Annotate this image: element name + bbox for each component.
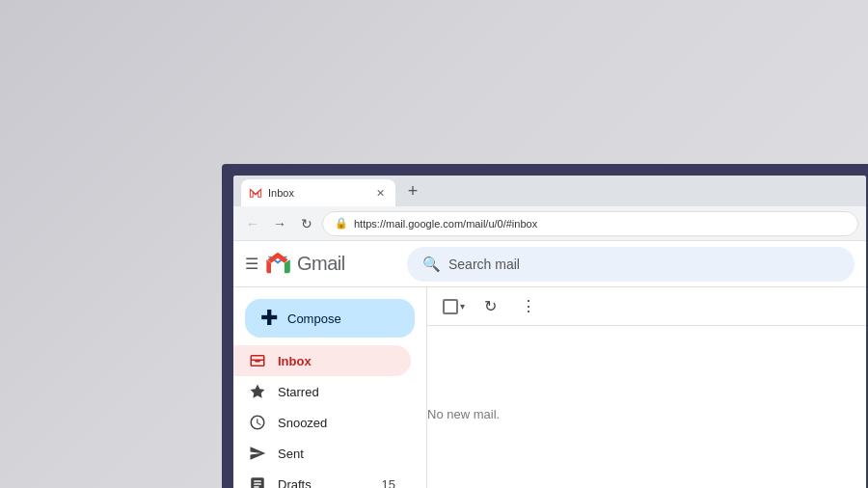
sidebar: ✚ Compose InboxStarredSnoozedSentDrafts1… bbox=[233, 287, 426, 488]
lock-icon: 🔒 bbox=[335, 217, 348, 230]
select-all-checkbox[interactable] bbox=[443, 299, 458, 314]
email-toolbar: ▾ ↻ ⋮ bbox=[427, 287, 866, 326]
sidebar-item-starred-label: Starred bbox=[278, 385, 395, 399]
sidebar-item-sent-label: Sent bbox=[278, 447, 395, 461]
sidebar-item-sent[interactable]: Sent bbox=[233, 438, 411, 469]
gmail-logo-icon bbox=[264, 251, 291, 278]
reload-button[interactable]: ↻ bbox=[295, 212, 318, 235]
address-bar: ← → ↻ 🔒 https://mail.google.com/mail/u/0… bbox=[233, 206, 866, 241]
browser-tab[interactable]: Inbox ✕ bbox=[241, 179, 395, 206]
sidebar-item-drafts-count: 15 bbox=[382, 477, 395, 489]
sidebar-item-inbox[interactable]: Inbox bbox=[233, 345, 411, 376]
tab-bar: Inbox ✕ + bbox=[233, 176, 866, 206]
new-tab-button[interactable]: + bbox=[399, 177, 426, 204]
gmail-app: ☰ Gmail 🔍 Search mail bbox=[233, 241, 866, 488]
sidebar-item-snoozed-label: Snoozed bbox=[278, 416, 395, 430]
inbox-icon bbox=[249, 352, 266, 369]
star-icon bbox=[249, 383, 266, 400]
url-text: https://mail.google.com/mail/u/0/#inbox bbox=[354, 218, 537, 230]
refresh-button[interactable]: ↻ bbox=[476, 293, 503, 320]
no-new-mail-message: No new mail. bbox=[427, 326, 519, 488]
sidebar-item-snoozed[interactable]: Snoozed bbox=[233, 407, 411, 438]
nav-items: InboxStarredSnoozedSentDrafts15Clients bbox=[233, 345, 426, 488]
compose-label: Compose bbox=[287, 312, 341, 326]
tab-close-button[interactable]: ✕ bbox=[372, 185, 388, 201]
select-all-area[interactable]: ▾ bbox=[443, 299, 465, 314]
tab-favicon bbox=[249, 186, 262, 200]
tab-title: Inbox bbox=[268, 187, 366, 199]
forward-button[interactable]: → bbox=[268, 212, 291, 235]
content-area: ✚ Compose InboxStarredSnoozedSentDrafts1… bbox=[233, 287, 866, 488]
monitor-bezel: Inbox ✕ + ← → ↻ 🔒 https://mail.google.co… bbox=[222, 164, 868, 488]
gmail-logo-text: Gmail bbox=[297, 253, 345, 275]
gmail-header: ☰ Gmail 🔍 Search mail bbox=[233, 241, 866, 287]
sidebar-item-drafts[interactable]: Drafts15 bbox=[233, 469, 411, 488]
gmail-logo-area: ☰ Gmail bbox=[245, 251, 399, 278]
send-icon bbox=[249, 445, 266, 462]
sidebar-item-drafts-label: Drafts bbox=[278, 477, 370, 489]
svg-rect-0 bbox=[249, 186, 262, 200]
compose-plus-icon: ✚ bbox=[260, 306, 278, 331]
sidebar-item-inbox-label: Inbox bbox=[278, 354, 395, 368]
compose-button[interactable]: ✚ Compose bbox=[245, 299, 415, 338]
sidebar-item-starred[interactable]: Starred bbox=[233, 376, 411, 407]
search-bar[interactable]: 🔍 Search mail bbox=[407, 247, 854, 282]
browser-window: Inbox ✕ + ← → ↻ 🔒 https://mail.google.co… bbox=[233, 176, 866, 488]
draft-icon bbox=[249, 475, 266, 488]
search-icon: 🔍 bbox=[422, 256, 441, 273]
main-email-area: ▾ ↻ ⋮ No new mail. bbox=[426, 287, 866, 488]
hamburger-icon[interactable]: ☰ bbox=[245, 255, 258, 273]
url-bar[interactable]: 🔒 https://mail.google.com/mail/u/0/#inbo… bbox=[322, 211, 858, 236]
back-button[interactable]: ← bbox=[241, 212, 264, 235]
clock-icon bbox=[249, 414, 266, 431]
select-dropdown-icon[interactable]: ▾ bbox=[460, 301, 465, 312]
more-options-button[interactable]: ⋮ bbox=[515, 293, 542, 320]
search-placeholder-text: Search mail bbox=[448, 257, 520, 272]
